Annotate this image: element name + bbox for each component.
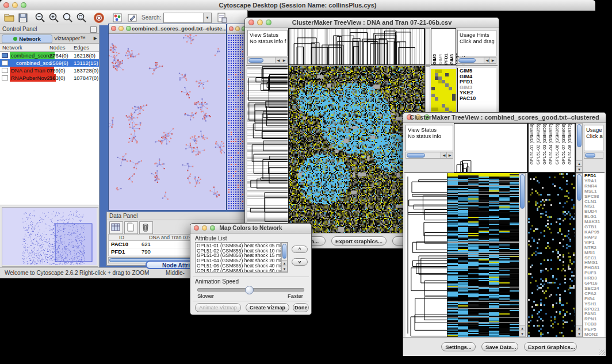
move-down-button[interactable]: v bbox=[292, 258, 308, 266]
column-network[interactable]: Network bbox=[2, 44, 22, 51]
animation-speed-slider[interactable] bbox=[197, 288, 304, 292]
gene-label[interactable]: PAC10 bbox=[460, 96, 496, 102]
tv1-column-label[interactable]: PFD1 bbox=[443, 53, 449, 64]
tv2-column-label[interactable]: GPL51-08 (GSM872) bbox=[567, 124, 573, 164]
tv2-save-data-button[interactable]: Save Data... bbox=[481, 342, 518, 351]
zoom-out-icon[interactable] bbox=[34, 12, 47, 24]
search-dropdown-icon[interactable]: ▼ bbox=[203, 13, 211, 22]
status-pan-hint: Middle- bbox=[166, 270, 185, 276]
column-nodes[interactable]: Nodes bbox=[49, 44, 65, 51]
tv1-row-dendrogram[interactable] bbox=[247, 66, 288, 233]
network-overview-canvas[interactable] bbox=[2, 208, 97, 265]
network-list-row[interactable]: DNA and Tran 07769(0)183728(0) bbox=[0, 67, 99, 74]
float-panel-icon[interactable] bbox=[90, 26, 97, 33]
zoom-selected-icon[interactable] bbox=[75, 12, 88, 24]
tv2-column-scrollbar[interactable]: ▲ ▼ bbox=[576, 123, 583, 173]
tv2-column-labels: GPL51-01 (GSM854)GPL51-02 (GSM855)GPL51-… bbox=[528, 123, 575, 173]
tv1-column-dendrogram[interactable] bbox=[289, 29, 424, 64]
treeview2-window: ClusterMaker TreeView : combined_scores_… bbox=[403, 112, 606, 356]
tv1-column-label[interactable]: GIM3 bbox=[449, 54, 455, 64]
column-edges[interactable]: Edges bbox=[74, 44, 89, 51]
zoom-in-icon[interactable] bbox=[48, 12, 60, 24]
animation-speed-label: Animation Speed bbox=[195, 278, 239, 285]
search-input[interactable]: ▼ bbox=[163, 13, 212, 23]
tab-network[interactable]: Network bbox=[2, 35, 52, 43]
tv2-settings-button[interactable]: Settings... bbox=[441, 342, 476, 351]
status-welcome: Welcome to Cytoscape 2.6.2 bbox=[5, 270, 78, 276]
animate-vizmap-button[interactable]: Animate Vizmap bbox=[195, 303, 241, 312]
tv2-column-label[interactable]: GPL51-07 (GSM868) bbox=[561, 124, 567, 164]
network-node-count: 2569(6) bbox=[49, 59, 68, 67]
delete-attribute-button[interactable] bbox=[139, 221, 153, 234]
row-id: PAC10 bbox=[109, 241, 141, 248]
column-id[interactable]: ID bbox=[119, 235, 124, 241]
close-button[interactable] bbox=[229, 26, 234, 31]
close-button[interactable] bbox=[111, 26, 116, 31]
move-up-button[interactable]: ^ bbox=[292, 246, 308, 253]
table-mode-button[interactable] bbox=[109, 221, 123, 234]
tv1-export-graphics-button[interactable]: Export Graphics... bbox=[331, 236, 387, 246]
network-canvas[interactable] bbox=[109, 34, 225, 210]
tv1-view-status: View StatusNo status info f bbox=[247, 30, 288, 56]
zoom-fit-icon[interactable] bbox=[62, 12, 74, 24]
network-view-window: combined_scores_good.txt--cluste... bbox=[108, 24, 227, 210]
new-attribute-button[interactable] bbox=[124, 221, 138, 234]
tv2-column-dendrogram[interactable] bbox=[454, 124, 527, 172]
tv2-row-dendrogram[interactable] bbox=[406, 173, 447, 337]
tv2-column-label[interactable]: GPL51-02 (GSM855) bbox=[536, 124, 542, 164]
open-file-button[interactable] bbox=[3, 12, 16, 24]
create-vizmap-button[interactable]: Create Vizmap bbox=[246, 303, 289, 312]
row-id: PFD1 bbox=[109, 248, 141, 255]
cytoscape-window: Cytoscape Desktop (Session Name: collins… bbox=[0, 0, 595, 11]
done-button[interactable]: Done bbox=[293, 303, 309, 312]
tv2-column-label[interactable]: GPL51-04 (GSM857) bbox=[548, 124, 554, 164]
annotation-icon[interactable] bbox=[126, 12, 139, 24]
treeview2-title: ClusterMaker TreeView : combined_scores_… bbox=[403, 114, 606, 121]
tv2-view-status-scrollbar[interactable]: ◀ ▶ bbox=[406, 152, 453, 159]
vizmapper-icon[interactable] bbox=[111, 12, 124, 24]
network-node-count: 563(0) bbox=[49, 74, 65, 82]
network-overview[interactable] bbox=[2, 207, 98, 267]
network-edge-count: 13112(15) bbox=[74, 59, 98, 67]
map-colors-dialog: Map Colors to Network Attribute List GPL… bbox=[190, 223, 312, 315]
gene-label[interactable]: MON2 bbox=[584, 332, 605, 337]
attribute-browser-icon[interactable] bbox=[216, 12, 228, 24]
grid-network-canvas[interactable] bbox=[227, 34, 247, 210]
save-button[interactable] bbox=[17, 12, 29, 24]
attribute-list-label: Attribute List bbox=[195, 235, 227, 242]
tv2-heatmap-scrollbar[interactable]: ▲ ▼ bbox=[519, 173, 526, 337]
tv2-column-label[interactable]: GPL51-03 (GSM856) bbox=[542, 124, 548, 164]
network-edge-count: 183728(0) bbox=[74, 67, 98, 74]
attribute-list[interactable]: GPL51-01 (GSM854) heat shock 05 minGPL51… bbox=[195, 242, 288, 273]
attribute-list-scrollbar[interactable]: ▲ ▼ bbox=[281, 243, 288, 272]
data-panel-title: Data Panel bbox=[109, 213, 137, 219]
tv1-mini-matrix[interactable] bbox=[431, 69, 456, 115]
zoom-button[interactable] bbox=[126, 26, 131, 31]
doc-icon bbox=[2, 60, 8, 66]
tv2-gene-scrollbar[interactable]: ▲ ▼ bbox=[576, 173, 583, 337]
attribute-item[interactable]: GPL51-07 (GSM868) heat shock 60 min bbox=[197, 269, 286, 273]
tv1-column-label[interactable]: GIM4 bbox=[438, 54, 443, 64]
folder-icon bbox=[2, 53, 8, 58]
minimize-button[interactable] bbox=[118, 26, 124, 31]
tab-overflow-icon[interactable]: ▶ bbox=[94, 36, 97, 41]
network-list-row[interactable]: combined_sco2569(6)13112(15) bbox=[0, 59, 99, 67]
minimize-button[interactable] bbox=[235, 26, 240, 31]
tab-vizmapper[interactable]: VizMapper™ bbox=[54, 35, 86, 41]
network-list-row[interactable]: RNAPuberNov2+!563(0)107847(0) bbox=[0, 74, 99, 82]
tv1-column-label[interactable]: GIM5 bbox=[432, 54, 438, 64]
tv1-view-status-scrollbar[interactable]: ◀ ▶ bbox=[247, 57, 288, 64]
tv2-selection-heatmap[interactable] bbox=[528, 173, 575, 337]
network-list: combined_scores2764(0)16218(0)combined_s… bbox=[0, 52, 99, 83]
network-node-count: 2764(0) bbox=[49, 52, 68, 59]
tv2-usage-hints-scrollbar[interactable] bbox=[584, 152, 603, 159]
tv1-usage-hints-scrollbar[interactable]: ◀ ▶ bbox=[457, 57, 496, 64]
resize-grip[interactable] bbox=[599, 350, 605, 355]
lifering-icon[interactable] bbox=[93, 12, 105, 24]
network-list-row[interactable]: combined_scores2764(0)16218(0) bbox=[0, 52, 99, 59]
tv2-column-label[interactable]: GPL51-01 (GSM854) bbox=[529, 124, 536, 164]
tv2-heatmap[interactable] bbox=[447, 173, 519, 337]
tv2-column-label[interactable]: GPL51-06 (GSM865) bbox=[554, 124, 561, 164]
slider-thumb[interactable] bbox=[245, 286, 254, 294]
tv2-export-graphics-button[interactable]: Export Graphics... bbox=[524, 342, 577, 351]
